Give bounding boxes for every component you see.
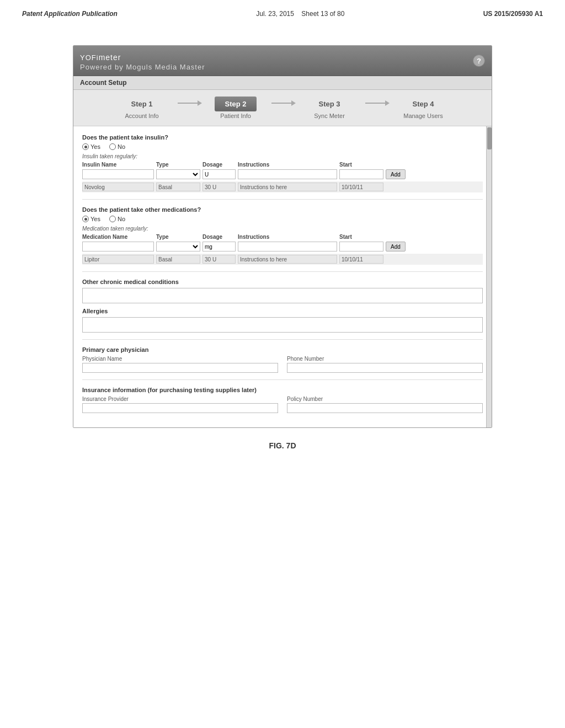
insulin-data-instructions: Instructions to here (238, 183, 337, 191)
step-3[interactable]: Step 3 Sync Meter (294, 97, 365, 119)
insurance-provider-input[interactable] (82, 403, 278, 413)
insulin-col-start: Start (339, 162, 383, 168)
physician-phone-label: Phone Number (287, 356, 483, 362)
patent-header: Patent Application Publication Jul. 23, … (0, 0, 565, 23)
medication-section: Does the patient take other medications?… (82, 206, 483, 272)
insurance-policy-label: Policy Number (287, 396, 483, 402)
patent-number: US 2015/205930 A1 (483, 10, 543, 18)
insurance-title: Insurance information (for purchasing te… (82, 387, 483, 393)
medication-table-headers: Medication Name Type Dosage Instructions… (82, 234, 483, 240)
insulin-type-select[interactable] (156, 169, 200, 179)
medication-data-start: 10/10/11 (339, 255, 383, 264)
medication-question: Does the patient take other medications? (82, 206, 483, 213)
step-2-label: Patient Info (220, 113, 251, 119)
chronic-section: Other chronic medical conditions Allergi… (82, 279, 483, 340)
patent-sheet: Sheet 13 of 80 (301, 10, 344, 18)
insurance-section: Insurance information (for purchasing te… (82, 387, 483, 420)
medication-instructions-input[interactable] (238, 242, 337, 251)
patent-date: Jul. 23, 2015 (256, 10, 294, 18)
step-1-label: Account Info (125, 113, 158, 119)
medication-data-name: Lipitor (82, 255, 154, 264)
insulin-data-dosage: 30 U (202, 183, 236, 191)
help-button[interactable]: ? (473, 55, 485, 67)
step-arrow-1-2 (178, 103, 200, 104)
medication-radio-group: Yes No (82, 216, 483, 222)
medication-data-type: Basal (156, 255, 200, 264)
app-logo-group: YOFimeter Powered by Moguls Media Master (80, 50, 205, 71)
insulin-yes-radio[interactable]: Yes (82, 143, 100, 150)
insulin-radio-group: Yes No (82, 143, 483, 150)
medication-name-input[interactable] (82, 242, 154, 251)
insulin-instructions-input[interactable] (238, 169, 337, 179)
step-4-title: Step 4 (402, 97, 444, 111)
insulin-start-input[interactable] (339, 169, 383, 179)
insurance-fields: Insurance Provider Policy Number (82, 396, 483, 413)
step-1[interactable]: Step 1 Account Info (106, 97, 178, 119)
app-logo-text: YOFimeter (80, 53, 121, 62)
physician-name-label: Physician Name (82, 356, 278, 362)
medication-data-row: Lipitor Basal 30 U Instructions to here … (82, 254, 483, 265)
medication-no-circle (109, 216, 116, 222)
medication-yes-label: Yes (90, 216, 100, 222)
chronic-textarea[interactable] (82, 288, 483, 303)
insulin-no-circle (109, 143, 116, 150)
app-logo-subtitle: Powered by Moguls Media Master (80, 63, 205, 71)
medication-start-input[interactable] (339, 242, 383, 251)
insulin-no-radio[interactable]: No (109, 143, 125, 150)
app-header: YOFimeter Powered by Moguls Media Master… (73, 46, 492, 76)
app-logo-sub-text: meter (99, 53, 121, 62)
medication-dosage-input[interactable] (202, 242, 236, 251)
step-arrow-3-4 (365, 103, 387, 104)
physician-section: Primary care physician Physician Name Ph… (82, 346, 483, 380)
medication-no-label: No (118, 216, 125, 222)
physician-phone-group: Phone Number (287, 356, 483, 373)
medication-type-select[interactable] (156, 242, 200, 251)
insulin-data-type: Basal (156, 183, 200, 191)
step-2[interactable]: Step 2 Patient Info (200, 97, 271, 119)
medication-col-type: Type (156, 234, 200, 240)
allergies-subsection: Allergies (82, 308, 483, 333)
step-4[interactable]: Step 4 Manage Users (387, 97, 459, 119)
medication-yes-circle (82, 216, 89, 222)
medication-col-start: Start (339, 234, 383, 240)
medication-add-button[interactable]: Add (386, 242, 406, 251)
medication-data-instructions: Instructions to here (238, 255, 337, 264)
medication-yes-radio[interactable]: Yes (82, 216, 100, 222)
insulin-table-headers: Insulin Name Type Dosage Instructions St… (82, 162, 483, 168)
medication-no-radio[interactable]: No (109, 216, 125, 222)
scrollbar-thumb (487, 127, 492, 149)
app-frame: YOFimeter Powered by Moguls Media Master… (73, 45, 492, 428)
insulin-question: Does the patient take insulin? (82, 134, 483, 141)
physician-name-input[interactable] (82, 363, 278, 373)
step-3-label: Sync Meter (314, 113, 345, 119)
figure-caption: FIG. 7D (269, 441, 296, 450)
insulin-col-type: Type (156, 162, 200, 168)
insurance-policy-input[interactable] (287, 403, 483, 413)
insulin-subtitle: Insulin taken regularly: (82, 153, 483, 159)
chronic-label: Other chronic medical conditions (82, 279, 483, 285)
insulin-col-instructions: Instructions (238, 162, 337, 168)
insulin-add-button[interactable]: Add (386, 169, 406, 179)
insulin-yes-label: Yes (90, 143, 100, 150)
insurance-policy-group: Policy Number (287, 396, 483, 413)
insulin-data-row: Novolog Basal 30 U Instructions to here … (82, 181, 483, 192)
insulin-yes-circle (82, 143, 89, 150)
insulin-name-input[interactable] (82, 169, 154, 179)
physician-phone-input[interactable] (287, 363, 483, 373)
insulin-section: Does the patient take insulin? Yes No In… (82, 134, 483, 200)
scrollbar[interactable] (486, 126, 492, 427)
medication-col-name: Medication Name (82, 234, 154, 240)
allergies-textarea[interactable] (82, 317, 483, 333)
physician-title: Primary care physician (82, 346, 483, 353)
medication-subtitle: Medication taken regularly: (82, 226, 483, 232)
insurance-provider-group: Insurance Provider (82, 396, 278, 413)
app-logo: YOFimeter Powered by Moguls Media Master (80, 50, 205, 71)
medication-col-instructions: Instructions (238, 234, 337, 240)
account-setup-label: Account Setup (80, 79, 127, 87)
medication-input-row: Add (82, 242, 483, 251)
account-setup-bar: Account Setup (73, 76, 492, 90)
steps-bar: Step 1 Account Info Step 2 Patient Info … (73, 90, 492, 126)
step-4-label: Manage Users (403, 113, 443, 119)
step-arrow-2-3 (271, 103, 294, 104)
insulin-dosage-input[interactable] (202, 169, 236, 179)
